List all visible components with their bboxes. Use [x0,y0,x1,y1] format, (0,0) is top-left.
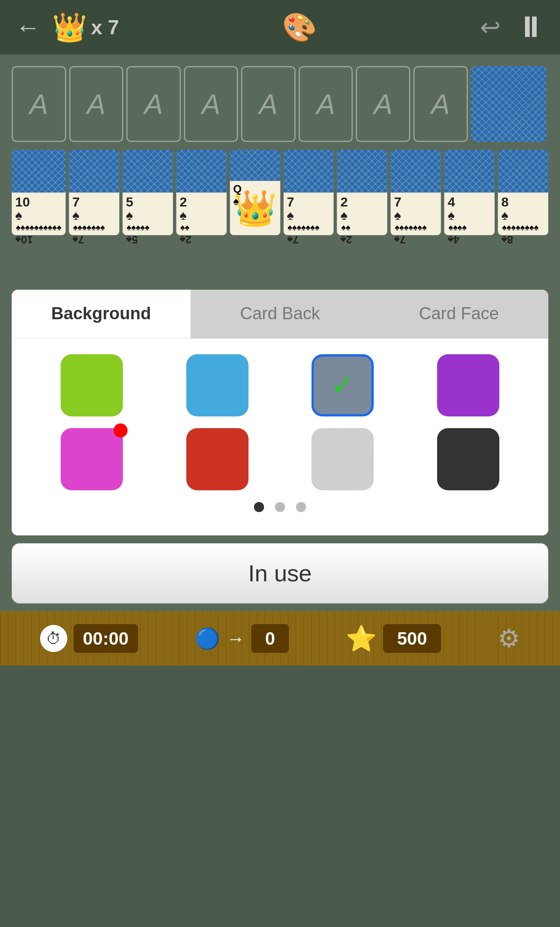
settings-button[interactable]: ⚙ [498,624,520,653]
ace-slot-8[interactable]: A [413,66,468,142]
ace-label: A [87,88,105,120]
undo-button[interactable]: ↩ [480,13,501,42]
tableau-card-back-5 [230,150,280,181]
draw-pile[interactable] [471,66,548,142]
tableau-card-back-9 [444,150,495,192]
tableau-card-face-10: 8♠ ♠♠♠♠♠♠♠♠ 8♠ [498,192,548,235]
score-area: ⭐ 500 [346,624,441,653]
tableau-card-face-1: 10♠ ♠♠♠♠♠♠♠♠♠♠ 10♠ [12,192,66,235]
tableau-card-face-6: 7♠ ♠♠♠♠♠♠♠ 7♠ [284,192,334,235]
tableau-col-4[interactable]: 2♠ ♠♠ 2♠ [176,150,227,235]
score-display: 500 [383,624,441,653]
crown-icon: 👑 [52,11,87,44]
ace-slot-6[interactable]: A [299,66,353,142]
tableau-col-7[interactable]: 2♠ ♠♠ 2♠ [337,150,387,235]
tableau-col-5[interactable]: Q♠ 👑 [230,150,280,235]
tableau-card-face-8: 7♠ ♠♠♠♠♠♠♠ 7♠ [390,192,441,235]
tableau-card-back-1 [12,150,66,192]
tableau-col-2[interactable]: 7♠ ♠♠♠♠♠♠♠ 7♠ [69,150,119,235]
tab-card-face[interactable]: Card Face [369,290,548,338]
crown-area: 👑 x 7 [52,11,119,44]
ace-label: A [144,88,163,120]
tableau-card-back-6 [284,150,334,192]
ace-slot-5[interactable]: A [241,66,296,142]
palette-button[interactable]: 🎨 [282,11,317,44]
ace-label: A [259,88,278,120]
crown-count: x 7 [91,16,119,39]
tableau-card-face-2: 7♠ ♠♠♠♠♠♠♠ 7♠ [69,192,119,235]
ace-label: A [202,88,220,120]
move-count: 0 [251,624,289,653]
tableau-col-8[interactable]: 7♠ ♠♠♠♠♠♠♠ 7♠ [390,150,441,235]
tableau-card-back-3 [122,150,173,192]
ace-slot-2[interactable]: A [69,66,124,142]
swatch-purple[interactable] [437,354,499,416]
in-use-button[interactable]: In use [12,543,548,603]
tableau-card-back-8 [390,150,441,192]
theme-grid-area: ✓ [12,339,548,535]
ace-row: A A A A A A A A [8,66,552,142]
tableau-card-back-10 [498,150,548,192]
bottom-panel: Background Card Back Card Face ✓ [0,278,560,611]
tableau-card-face-4: 2♠ ♠♠ 2♠ [176,192,227,235]
ace-slot-7[interactable]: A [356,66,410,142]
spacer [0,247,560,278]
swatch-blue[interactable] [186,354,248,416]
timer-display: 00:00 [74,624,138,653]
top-bar-right: ↩ ⏸ [480,11,544,43]
timer-icon: ⏱ [40,625,67,652]
deck-card-4 [492,66,546,142]
tableau-card-face-9: 4♠ ♠♠♠♠ 4♠ [444,192,495,235]
top-bar-left: ← 👑 x 7 [16,11,119,44]
ace-slot-3[interactable]: A [126,66,181,142]
page-dots [35,490,525,520]
tableau-col-10[interactable]: 8♠ ♠♠♠♠♠♠♠♠ 8♠ [498,150,548,235]
theme-grid: ✓ [35,354,525,490]
swatch-red[interactable] [186,428,248,490]
ace-label: A [317,88,335,120]
tableau-card-face-3: 5♠ ♠♠♠♠♠ 5♠ [122,192,173,235]
tableau-card-face-7: 2♠ ♠♠ 2♠ [337,192,387,235]
tableau-card-back-4 [176,150,227,192]
swatch-green[interactable] [61,354,123,416]
page-dot-3[interactable] [296,502,306,512]
swatch-gray[interactable]: ✓ [312,354,374,416]
swatch-pink[interactable] [61,428,123,490]
ace-slot-1[interactable]: A [12,66,66,142]
move-area: 🔵 → 0 [195,624,289,653]
page-dot-2[interactable] [275,502,285,512]
theme-selector: Background Card Back Card Face ✓ [12,290,548,535]
tableau-col-9[interactable]: 4♠ ♠♠♠♠ 4♠ [444,150,495,235]
game-area: A A A A A A A A 10♠ ♠♠♠♠♠♠♠♠♠♠ 10♠ [0,54,560,247]
ace-label: A [30,88,48,120]
tableau-card-face-5-queen: Q♠ 👑 [230,181,280,235]
ace-slot-4[interactable]: A [184,66,238,142]
star-icon: ⭐ [346,624,377,653]
ace-label: A [374,88,392,120]
back-button[interactable]: ← [16,13,40,42]
tableau-card-back-7 [337,150,387,192]
tableau-card-back-2 [69,150,119,192]
top-bar: ← 👑 x 7 🎨 ↩ ⏸ [0,0,560,54]
tableau-col-3[interactable]: 5♠ ♠♠♠♠♠ 5♠ [122,150,173,235]
tableau-col-1[interactable]: 10♠ ♠♠♠♠♠♠♠♠♠♠ 10♠ [12,150,66,235]
tableau-col-6[interactable]: 7♠ ♠♠♠♠♠♠♠ 7♠ [284,150,334,235]
swatch-dark[interactable] [437,428,499,490]
tableau-row: 10♠ ♠♠♠♠♠♠♠♠♠♠ 10♠ 7♠ ♠♠♠♠♠♠♠ 7♠ 5♠ ♠♠♠♠… [8,150,552,235]
timer-area: ⏱ 00:00 [40,624,138,653]
new-badge [114,423,128,437]
status-bar: ⏱ 00:00 🔵 → 0 ⭐ 500 ⚙ [0,611,560,666]
tab-card-back[interactable]: Card Back [191,290,369,338]
tab-background[interactable]: Background [12,290,191,338]
move-arrow: → [226,628,245,649]
page-dot-1[interactable] [254,502,264,512]
pause-button[interactable]: ⏸ [516,11,544,43]
move-icon: 🔵 [195,627,220,651]
selected-checkmark: ✓ [331,369,354,402]
theme-tabs: Background Card Back Card Face [12,290,548,339]
ace-label: A [431,88,450,120]
swatch-lightgray[interactable] [312,428,374,490]
